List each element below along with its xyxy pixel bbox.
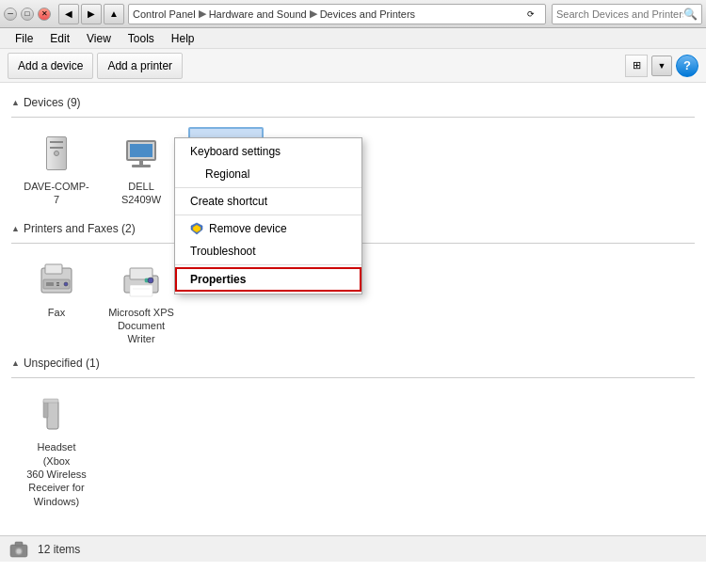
unspecified-grid: Headset (Xbox360 WirelessReceiver forWin…	[11, 388, 695, 511]
item-count: 12 items	[38, 543, 80, 556]
breadcrumb-part-2[interactable]: Hardware and Sound	[209, 8, 307, 20]
view-dropdown-button[interactable]: ▼	[651, 56, 672, 76]
svg-rect-34	[15, 542, 23, 546]
monitor-icon	[119, 131, 164, 176]
ctx-regional[interactable]: Regional	[175, 163, 361, 185]
toolbar: Add a device Add a printer ⊞ ▼ ?	[0, 49, 706, 83]
close-button[interactable]: ✕	[38, 8, 51, 21]
breadcrumb: Control Panel ▶ Hardware and Sound ▶ Dev…	[133, 8, 521, 20]
unspecified-section-header: Unspecified (1)	[11, 357, 695, 370]
shield-icon	[190, 222, 203, 235]
maximize-button[interactable]: □	[21, 8, 34, 21]
device-headset[interactable]: Headset (Xbox360 WirelessReceiver forWin…	[19, 388, 94, 511]
search-input[interactable]	[556, 8, 683, 20]
svg-rect-27	[43, 401, 48, 418]
svg-rect-28	[43, 399, 58, 403]
fax-icon	[34, 257, 79, 302]
minimize-button[interactable]: ─	[4, 8, 17, 21]
menu-edit[interactable]: Edit	[42, 30, 77, 47]
svg-rect-22	[130, 285, 152, 296]
device-xps-printer[interactable]: Microsoft XPSDocument Writer	[104, 253, 179, 350]
printer-icon	[119, 257, 164, 302]
device-dell-monitor[interactable]: DELL S2409W	[104, 127, 179, 215]
device-dell-label: DELL S2409W	[107, 180, 175, 207]
unspecified-divider	[11, 377, 695, 378]
breadcrumb-sep-2: ▶	[310, 8, 317, 20]
breadcrumb-sep-1: ▶	[199, 8, 206, 20]
breadcrumb-part-1[interactable]: Control Panel	[133, 8, 196, 20]
search-box[interactable]: 🔍	[552, 4, 702, 24]
device-fax-label: Fax	[48, 306, 65, 319]
devices-divider	[11, 117, 695, 118]
toolbar-right: ⊞ ▼ ?	[625, 55, 698, 77]
context-menu: Keyboard settings Regional Create shortc…	[174, 137, 362, 294]
ctx-remove-device[interactable]: Remove device	[175, 217, 361, 240]
address-bar[interactable]: Control Panel ▶ Hardware and Sound ▶ Dev…	[128, 4, 546, 24]
tower-icon	[34, 131, 79, 176]
ctx-create-shortcut[interactable]: Create shortcut	[175, 190, 361, 213]
forward-button[interactable]: ▶	[81, 4, 102, 24]
nav-buttons: ◀ ▶ ▲	[58, 4, 124, 24]
ctx-troubleshoot[interactable]: Troubleshoot	[175, 240, 361, 262]
svg-point-24	[148, 278, 153, 283]
device-dave-label: DAVE-COMP-7	[23, 180, 90, 207]
ctx-sep-1	[175, 187, 361, 188]
svg-rect-18	[56, 284, 59, 286]
status-bar: 12 items	[0, 535, 706, 562]
svg-rect-14	[45, 264, 62, 274]
svg-rect-16	[46, 282, 54, 286]
view-toggle-button[interactable]: ⊞	[625, 55, 648, 77]
status-camera-icon	[8, 538, 30, 561]
menu-tools[interactable]: Tools	[120, 30, 162, 47]
ctx-properties[interactable]: Properties	[175, 267, 361, 292]
ctx-sep-2	[175, 215, 361, 215]
breadcrumb-current: Devices and Printers	[320, 8, 416, 20]
device-headset-label: Headset (Xbox360 WirelessReceiver forWin…	[23, 440, 90, 507]
svg-rect-26	[47, 401, 58, 429]
window-controls: ─ □ ✕	[4, 8, 51, 21]
help-button[interactable]: ?	[676, 55, 698, 77]
menu-view[interactable]: View	[79, 30, 119, 47]
svg-point-19	[64, 282, 68, 286]
devices-section-header: Devices (9)	[11, 96, 695, 109]
title-bar: ─ □ ✕ ◀ ▶ ▲ Control Panel ▶ Hardware and…	[0, 0, 706, 28]
add-device-button[interactable]: Add a device	[8, 53, 93, 79]
device-xps-label: Microsoft XPSDocument Writer	[107, 306, 175, 346]
svg-point-33	[17, 548, 22, 553]
back-button[interactable]: ◀	[58, 4, 79, 24]
headset-icon	[34, 391, 79, 437]
device-dave-comp-7[interactable]: DAVE-COMP-7	[19, 127, 94, 215]
menu-file[interactable]: File	[8, 30, 40, 47]
up-button[interactable]: ▲	[104, 4, 124, 24]
svg-rect-17	[56, 282, 59, 284]
address-area: ◀ ▶ ▲ Control Panel ▶ Hardware and Sound…	[58, 4, 702, 24]
menu-bar: File Edit View Tools Help	[0, 28, 706, 49]
refresh-button[interactable]: ⟳	[521, 4, 541, 24]
main-content: Devices (9) DAVE-COMP-7	[0, 83, 706, 562]
add-printer-button[interactable]: Add a printer	[97, 53, 183, 79]
ctx-keyboard-settings[interactable]: Keyboard settings	[175, 140, 361, 163]
menu-help[interactable]: Help	[164, 30, 202, 47]
search-icon: 🔍	[683, 8, 698, 21]
device-fax[interactable]: Fax	[19, 253, 94, 350]
ctx-sep-3	[175, 264, 361, 265]
